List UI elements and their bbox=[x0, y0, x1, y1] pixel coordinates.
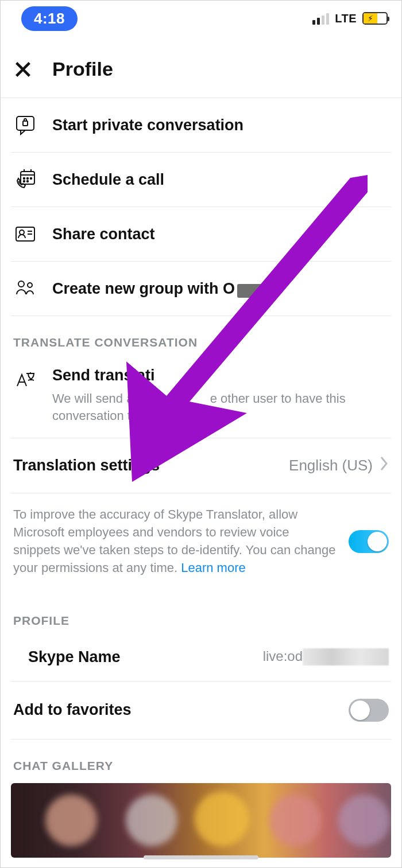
row-translator-consent: To improve the accuracy of Skype Transla… bbox=[1, 493, 401, 594]
status-time: 4:18 bbox=[21, 6, 78, 31]
svg-point-9 bbox=[20, 230, 24, 235]
row-label: Send translati bbox=[52, 367, 389, 384]
battery-icon: ⚡︎ bbox=[362, 12, 388, 25]
row-skype-name[interactable]: Skype Name live:od bbox=[1, 633, 401, 681]
lock-chat-icon bbox=[13, 113, 37, 137]
svg-point-3 bbox=[24, 178, 25, 179]
consent-text: To improve the accuracy of Skype Transla… bbox=[13, 506, 337, 577]
contact-card-icon bbox=[13, 222, 37, 246]
redacted-username bbox=[303, 648, 389, 665]
row-create-group[interactable]: Create new group with O bbox=[1, 262, 401, 316]
home-indicator[interactable] bbox=[144, 855, 258, 859]
translate-icon bbox=[13, 369, 37, 392]
close-icon[interactable] bbox=[13, 60, 33, 79]
signal-icon bbox=[312, 12, 329, 25]
status-right: LTE ⚡︎ bbox=[312, 12, 388, 25]
svg-point-5 bbox=[30, 178, 32, 179]
header: Profile bbox=[1, 36, 401, 98]
row-add-favorites[interactable]: Add to favorites bbox=[1, 682, 401, 739]
redacted-name bbox=[237, 284, 272, 298]
row-label: Translation settings bbox=[13, 457, 160, 474]
svg-point-10 bbox=[18, 281, 24, 287]
page-title: Profile bbox=[52, 58, 113, 80]
svg-point-6 bbox=[24, 181, 25, 182]
row-label: Skype Name bbox=[28, 648, 248, 666]
section-profile: PROFILE bbox=[1, 594, 401, 633]
svg-point-4 bbox=[27, 178, 28, 179]
row-label: Schedule a call bbox=[52, 171, 164, 189]
row-start-private[interactable]: Start private conversation bbox=[1, 98, 401, 152]
svg-point-11 bbox=[28, 283, 32, 287]
row-desc: We will send an i e other user to have t… bbox=[52, 390, 389, 424]
row-schedule-call[interactable]: Schedule a call bbox=[1, 153, 401, 207]
svg-rect-1 bbox=[23, 121, 28, 126]
skype-name-value: live:od bbox=[263, 648, 389, 666]
row-label: Create new group with O bbox=[52, 280, 272, 298]
favorites-toggle[interactable] bbox=[349, 699, 389, 722]
row-send-translation[interactable]: Send translati We will send an i e other… bbox=[1, 355, 401, 438]
svg-point-7 bbox=[27, 181, 28, 182]
section-translate: TRANSLATE CONVERSATION bbox=[1, 316, 401, 355]
translation-value: English (US) bbox=[289, 457, 373, 474]
network-label: LTE bbox=[335, 12, 357, 25]
consent-toggle[interactable] bbox=[349, 530, 389, 553]
row-share-contact[interactable]: Share contact bbox=[1, 207, 401, 261]
status-bar: 4:18 LTE ⚡︎ bbox=[1, 1, 401, 36]
chat-gallery-strip[interactable] bbox=[11, 783, 391, 858]
calendar-call-icon bbox=[13, 168, 37, 192]
row-label: Share contact bbox=[52, 225, 155, 243]
chevron-right-icon bbox=[380, 456, 389, 476]
row-label: Start private conversation bbox=[52, 116, 243, 134]
group-icon bbox=[13, 277, 37, 301]
row-translation-settings[interactable]: Translation settings English (US) bbox=[1, 438, 401, 493]
section-chat-gallery: CHAT GALLERY bbox=[1, 739, 401, 779]
learn-more-link[interactable]: Learn more bbox=[181, 560, 246, 575]
row-label: Add to favorites bbox=[13, 701, 132, 719]
